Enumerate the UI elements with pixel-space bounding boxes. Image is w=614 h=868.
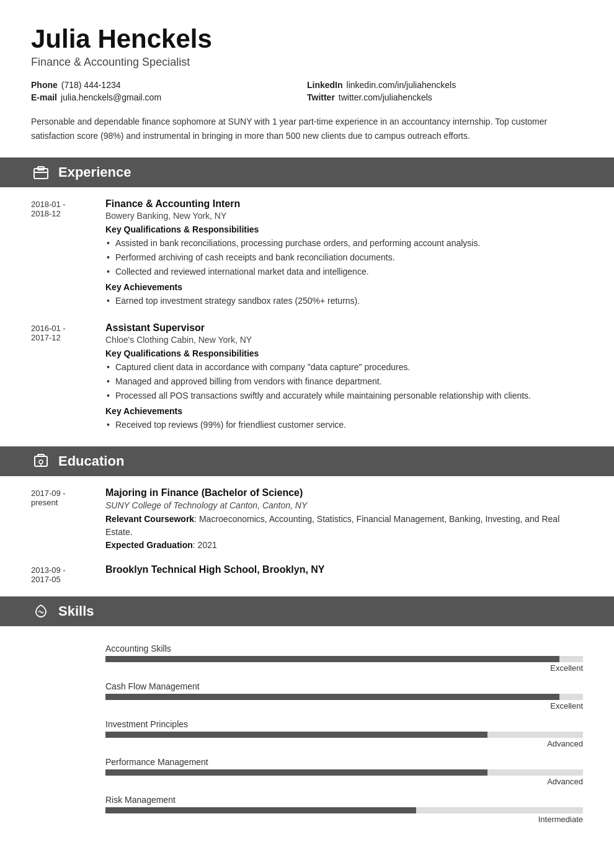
graduation: Expected Graduation: 2021 — [105, 539, 583, 552]
edu-date: 2013-09 -2017-05 — [31, 564, 99, 584]
edu-content: Majoring in Finance (Bachelor of Science… — [105, 487, 583, 552]
edu-content: Brooklyn Technical High School, Brooklyn… — [105, 564, 583, 584]
qual-item: Processed all POS transactions swiftly a… — [105, 389, 583, 402]
skill-level-label: Advanced — [105, 777, 583, 786]
achievements-list: Received top reviews (99%) for friendlie… — [105, 418, 583, 432]
email-label: E-mail — [31, 92, 57, 102]
skill-bar-container — [105, 656, 583, 662]
phone-value: (718) 444-1234 — [61, 80, 121, 90]
edu-degree: Brooklyn Technical High School, Brooklyn… — [105, 564, 583, 575]
skill-entry-1: Cash Flow Management Excellent — [31, 681, 583, 711]
achievements-label: Key Achievements — [105, 406, 583, 416]
job-company: Bowery Banking, New York, NY — [105, 211, 583, 221]
twitter-label: Twitter — [307, 92, 335, 102]
linkedin-item: LinkedInlinkedin.com/in/juliahenckels — [307, 80, 583, 90]
education-section-header: Education — [0, 446, 614, 476]
skill-name: Investment Principles — [105, 719, 583, 729]
skills-title: Skills — [58, 603, 94, 619]
linkedin-label: LinkedIn — [307, 80, 343, 90]
education-icon — [31, 451, 51, 471]
phone-label: Phone — [31, 80, 58, 90]
svg-point-4 — [39, 460, 43, 464]
skill-level-label: Intermediate — [105, 815, 583, 824]
education-title: Education — [58, 453, 124, 469]
ach-item: Earned top investment strategy sandbox r… — [105, 294, 583, 308]
skills-list: Accounting Skills Excellent Cash Flow Ma… — [31, 637, 583, 824]
achievements-list: Earned top investment strategy sandbox r… — [105, 294, 583, 308]
skill-bar-fill — [105, 807, 416, 813]
qualifications-label: Key Qualifications & Responsibilities — [105, 348, 583, 358]
skill-row: Cash Flow Management Excellent — [31, 681, 583, 711]
skill-name: Performance Management — [105, 757, 583, 767]
school-name: SUNY College of Technology at Canton, Ca… — [105, 500, 583, 510]
job-date: 2016-01 -2017-12 — [31, 322, 99, 433]
job-content: Assistant Supervisor Chloe's Clothing Ca… — [105, 322, 583, 433]
experience-title: Experience — [58, 164, 131, 180]
skill-bar-fill — [105, 732, 487, 738]
skill-level-label: Advanced — [105, 739, 583, 748]
skill-row: Investment Principles Advanced — [31, 719, 583, 748]
experience-entry-1: 2016-01 -2017-12 Assistant Supervisor Ch… — [31, 322, 583, 433]
job-company: Chloe's Clothing Cabin, New York, NY — [105, 335, 583, 345]
skill-bar-container — [105, 807, 583, 813]
skill-bar-fill — [105, 769, 487, 776]
qual-item: Assisted in bank reconciliations, proces… — [105, 237, 583, 250]
education-list: 2017-09 -present Majoring in Finance (Ba… — [31, 487, 583, 584]
name: Julia Henckels — [31, 25, 583, 53]
job-title: Assistant Supervisor — [105, 322, 583, 334]
qualifications-label: Key Qualifications & Responsibilities — [105, 224, 583, 234]
coursework: Relevant Coursework: Macroeconomics, Acc… — [105, 513, 583, 539]
edu-degree: Majoring in Finance (Bachelor of Science… — [105, 487, 583, 498]
skill-entry-3: Performance Management Advanced — [31, 757, 583, 786]
skill-bar-container — [105, 769, 583, 776]
education-entry-0: 2017-09 -present Majoring in Finance (Ba… — [31, 487, 583, 552]
qualifications-list: Captured client data in accordance with … — [105, 361, 583, 402]
skill-level-label: Excellent — [105, 701, 583, 711]
skill-entry-4: Risk Management Intermediate — [31, 795, 583, 824]
contact-grid: Phone(718) 444-1234 LinkedInlinkedin.com… — [31, 80, 583, 102]
skill-entry-0: Accounting Skills Excellent — [31, 644, 583, 673]
edu-date: 2017-09 -present — [31, 487, 99, 552]
skills-section-header: Skills — [0, 596, 614, 626]
ach-item: Received top reviews (99%) for friendlie… — [105, 418, 583, 432]
phone-item: Phone(718) 444-1234 — [31, 80, 307, 90]
experience-list: 2018-01 -2018-12 Finance & Accounting In… — [31, 198, 583, 433]
twitter-item: Twittertwitter.com/juliahenckels — [307, 92, 583, 102]
skill-content: Accounting Skills Excellent — [105, 644, 583, 673]
skill-name: Accounting Skills — [105, 644, 583, 653]
linkedin-value: linkedin.com/in/juliahenckels — [347, 80, 456, 90]
summary: Personable and dependable finance sophom… — [31, 115, 583, 143]
skill-content: Investment Principles Advanced — [105, 719, 583, 748]
skill-bar-container — [105, 732, 583, 738]
qual-item: Captured client data in accordance with … — [105, 361, 583, 374]
professional-title: Finance & Accounting Specialist — [31, 56, 583, 69]
skill-bar-container — [105, 694, 583, 700]
qualifications-list: Assisted in bank reconciliations, proces… — [105, 237, 583, 278]
qual-item: Collected and reviewed international mar… — [105, 265, 583, 278]
skill-row: Accounting Skills Excellent — [31, 644, 583, 673]
email-item: E-mailjulia.henckels@gmail.com — [31, 92, 307, 102]
achievements-label: Key Achievements — [105, 282, 583, 292]
skills-icon — [31, 601, 51, 621]
job-content: Finance & Accounting Intern Bowery Banki… — [105, 198, 583, 309]
qual-item: Managed and approved billing from vendor… — [105, 375, 583, 388]
skill-entry-2: Investment Principles Advanced — [31, 719, 583, 748]
skill-content: Cash Flow Management Excellent — [105, 681, 583, 711]
twitter-value: twitter.com/juliahenckels — [339, 92, 432, 102]
job-title: Finance & Accounting Intern — [105, 198, 583, 210]
skill-row: Performance Management Advanced — [31, 757, 583, 786]
skill-name: Risk Management — [105, 795, 583, 805]
skill-name: Cash Flow Management — [105, 681, 583, 691]
experience-entry-0: 2018-01 -2018-12 Finance & Accounting In… — [31, 198, 583, 309]
skill-bar-fill — [105, 656, 559, 662]
job-date: 2018-01 -2018-12 — [31, 198, 99, 309]
skill-row: Risk Management Intermediate — [31, 795, 583, 824]
email-value: julia.henckels@gmail.com — [61, 92, 161, 102]
skill-bar-fill — [105, 694, 559, 700]
experience-section-header: Experience — [0, 157, 614, 187]
education-entry-1: 2013-09 -2017-05 Brooklyn Technical High… — [31, 564, 583, 584]
skill-content: Performance Management Advanced — [105, 757, 583, 786]
skill-level-label: Excellent — [105, 663, 583, 673]
skill-content: Risk Management Intermediate — [105, 795, 583, 824]
experience-icon — [31, 162, 51, 182]
